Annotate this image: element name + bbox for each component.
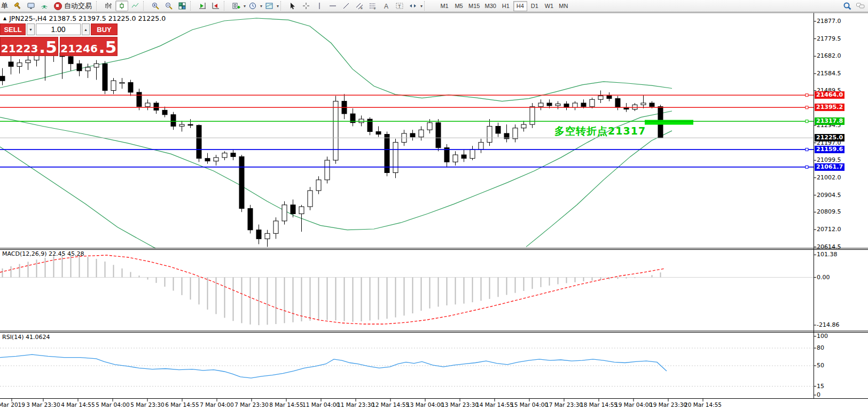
candle-body (239, 156, 244, 208)
candle-body (521, 124, 526, 128)
candle-body (179, 124, 184, 126)
line-handle[interactable] (806, 165, 808, 168)
sell-price-box[interactable]: 21223 .5 (0, 37, 58, 56)
crosshair-icon (302, 2, 310, 10)
collapse-arrow-icon[interactable]: ▲ (3, 16, 6, 21)
text-label-tool-button[interactable]: T (393, 1, 406, 11)
auto-trading-button[interactable]: 自动交易 (51, 1, 95, 11)
candle-body (462, 155, 466, 159)
new-chart-button[interactable] (230, 1, 243, 11)
new-chart-icon (232, 2, 240, 10)
candle-body (556, 104, 560, 106)
new-order-button[interactable]: 单 (1, 1, 11, 11)
bollinger-band-lower-left (0, 147, 171, 257)
time-axis-label: 6 Mar 14:55 (165, 401, 199, 408)
line-handle[interactable] (806, 148, 808, 151)
line-chart-button[interactable] (129, 1, 142, 11)
candle-body (17, 63, 22, 67)
candle-body (376, 132, 381, 135)
panel-frames (0, 13, 868, 401)
dropdown-caret[interactable]: ▾ (277, 4, 279, 9)
search-button[interactable] (841, 1, 854, 11)
crosshair-tool-button[interactable] (300, 1, 312, 11)
line-handle[interactable] (806, 106, 808, 109)
chat-button[interactable] (854, 1, 867, 11)
chart-shift-button[interactable] (196, 1, 209, 11)
timeframe-button-m5[interactable]: M5 (452, 1, 466, 11)
toolbar-separator (96, 1, 100, 11)
candle-body (496, 127, 501, 133)
auto-scroll-button[interactable] (209, 1, 222, 11)
time-axis-label: 11 Mar 23:30 (337, 401, 374, 408)
toolbar-separator (190, 1, 194, 11)
text-tool-button[interactable]: A (380, 1, 393, 11)
arrows-tool-button[interactable] (406, 1, 419, 11)
timeframe-button-m15[interactable]: M15 (466, 1, 482, 11)
candle-body (222, 153, 227, 157)
timeframe-button-m1[interactable]: M1 (437, 1, 451, 11)
timeframe-button-m30[interactable]: M30 (482, 1, 498, 11)
candle-body (573, 103, 577, 107)
timeframe-button-w1[interactable]: W1 (542, 1, 556, 11)
mt4-window: 单 自动交易 ▾ ▾ ▾ E F A T ▾ M1M5M15 (0, 0, 868, 410)
candle-body (427, 123, 432, 130)
candlestick-chart-button[interactable] (115, 1, 128, 11)
bollinger-band-lower-right (526, 131, 672, 247)
timeframe-button-h1[interactable]: H1 (499, 1, 513, 11)
candle-body (128, 83, 133, 92)
buy-button[interactable]: BUY (91, 23, 118, 35)
dropdown-caret[interactable]: ▾ (260, 4, 262, 9)
sell-button[interactable]: SELL (0, 23, 26, 35)
trend-highlight-bar[interactable] (645, 120, 693, 125)
macd-signal-line (0, 255, 665, 324)
candles (0, 48, 663, 247)
trendline-tool-button[interactable] (340, 1, 353, 11)
volume-decrease-button[interactable]: ▼ (27, 23, 35, 35)
time-axis-label: 5 Mar 23:30 (130, 401, 164, 408)
timeframe-button-mn[interactable]: MN (557, 1, 570, 11)
hammer-tool-button[interactable] (11, 1, 24, 11)
zoom-out-button[interactable] (162, 1, 175, 11)
tile-windows-button[interactable] (176, 1, 189, 11)
buy-price-main: 21246 (60, 43, 98, 54)
candle-body (77, 64, 82, 70)
candle-body (291, 205, 295, 214)
chart-profile-button[interactable] (263, 1, 276, 11)
cursor-tool-button[interactable] (286, 1, 299, 11)
fibonacci-tool-button[interactable]: F (366, 1, 379, 11)
candle-body (248, 209, 253, 230)
horizontal-line-tool-button[interactable] (326, 1, 339, 11)
candle-body (598, 96, 603, 100)
clock-icon (248, 2, 257, 10)
line-handle[interactable] (806, 120, 808, 123)
one-click-trading-panel: SELL ▼ ▲ BUY 21223 .5 21246 .5 (0, 23, 118, 56)
chart-annotation[interactable]: 多空转折点21317 (554, 124, 646, 138)
volume-increase-button[interactable]: ▲ (82, 23, 90, 35)
line-handle[interactable] (806, 94, 808, 97)
text-label-icon: T (395, 2, 404, 10)
dropdown-caret[interactable]: ▾ (244, 4, 246, 9)
time-axis-label: 7 Mar 23:30 (234, 401, 268, 408)
buy-price-box[interactable]: 21246 .5 (60, 37, 118, 56)
timeframe-button-d1[interactable]: D1 (528, 1, 542, 11)
candle-body (410, 133, 415, 137)
vertical-line-tool-button[interactable] (313, 1, 326, 11)
bar-chart-button[interactable] (102, 1, 115, 11)
trendline-icon (342, 2, 350, 10)
time-axis-label: Mar 2019 (0, 401, 25, 408)
zoom-in-button[interactable] (149, 1, 162, 11)
timeframe-button-h4[interactable]: H4 (513, 1, 527, 11)
terminal-button[interactable] (25, 1, 37, 11)
period-clock-button[interactable] (246, 1, 259, 11)
time-axis-label: 19 Mar 04:00 (615, 401, 652, 408)
signal-button[interactable] (38, 1, 51, 11)
time-axis-label: 14 Mar 14:55 (476, 401, 513, 408)
dropdown-caret[interactable]: ▾ (420, 4, 423, 9)
candle-body (436, 123, 441, 148)
chart-profile-icon (265, 2, 273, 10)
tile-windows-icon (178, 2, 186, 10)
main-toolbar: 单 自动交易 ▾ ▾ ▾ E F A T ▾ M1M5M15 (0, 0, 868, 12)
channel-tool-button[interactable]: E (353, 1, 366, 11)
candle-body (0, 76, 5, 81)
volume-input[interactable] (36, 23, 81, 35)
